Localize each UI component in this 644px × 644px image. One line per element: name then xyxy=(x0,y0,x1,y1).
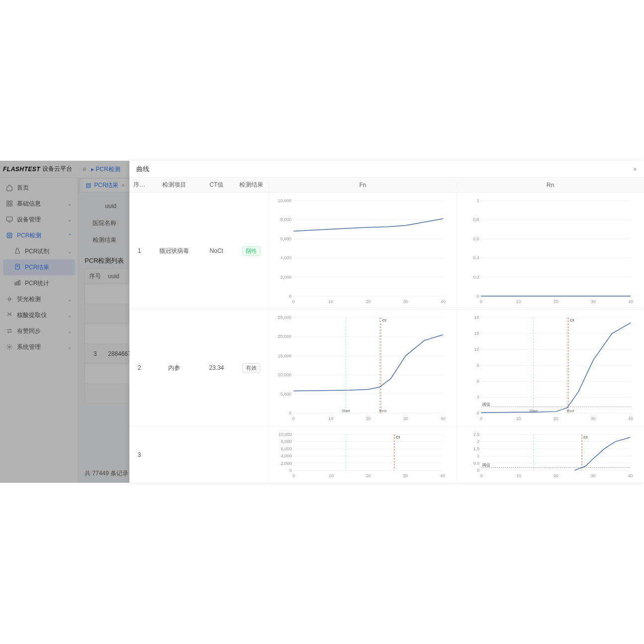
svg-text:9: 9 xyxy=(477,363,479,368)
svg-text:Start: Start xyxy=(341,409,350,413)
rn-chart: 00.20.40.60.81010203040 xyxy=(456,193,644,309)
svg-text:25,000: 25,000 xyxy=(278,315,291,320)
rn-chart: 0369121518010203040StartEndCt阈值 xyxy=(456,310,644,426)
svg-text:10,000: 10,000 xyxy=(278,198,291,203)
svg-text:15: 15 xyxy=(474,331,479,336)
svg-text:10: 10 xyxy=(516,299,521,304)
row-result: 有效 xyxy=(234,363,269,373)
svg-text:8,000: 8,000 xyxy=(281,439,292,444)
chart-row: 1 猫冠状病毒 NoCt 阴性 02,0004,0006,0008,00010,… xyxy=(129,193,644,310)
svg-text:6,000: 6,000 xyxy=(281,446,292,451)
svg-text:1.5: 1.5 xyxy=(473,446,479,451)
svg-text:2,000: 2,000 xyxy=(281,461,292,466)
svg-text:Ct: Ct xyxy=(570,318,574,322)
row-index: 3 xyxy=(129,451,149,458)
svg-text:Ct: Ct xyxy=(583,435,588,439)
svg-text:0: 0 xyxy=(480,299,482,304)
row-result: 阴性 xyxy=(234,246,269,256)
svg-text:18: 18 xyxy=(474,315,479,320)
svg-text:4,000: 4,000 xyxy=(280,255,291,260)
svg-text:0: 0 xyxy=(477,468,480,473)
drawer-title: 曲线 xyxy=(136,165,149,174)
svg-text:20,000: 20,000 xyxy=(278,334,291,339)
svg-text:2: 2 xyxy=(477,439,480,444)
svg-text:0.6: 0.6 xyxy=(473,236,479,241)
close-icon[interactable]: × xyxy=(633,165,637,173)
svg-text:30: 30 xyxy=(403,299,408,304)
fn-chart: 05,00010,00015,00020,00025,000010203040S… xyxy=(269,310,456,426)
svg-text:0: 0 xyxy=(293,473,295,478)
svg-text:30: 30 xyxy=(403,473,408,478)
svg-text:40: 40 xyxy=(628,416,633,421)
svg-text:15,000: 15,000 xyxy=(278,353,291,358)
svg-text:1: 1 xyxy=(477,198,479,203)
svg-text:3: 3 xyxy=(477,395,479,400)
svg-text:8,000: 8,000 xyxy=(280,217,291,222)
svg-text:12: 12 xyxy=(474,347,479,352)
svg-text:0: 0 xyxy=(290,468,292,473)
row-ct: NoCt xyxy=(199,247,234,254)
svg-text:30: 30 xyxy=(591,473,596,478)
svg-text:0.8: 0.8 xyxy=(473,217,479,222)
row-project: 内参 xyxy=(149,364,199,372)
svg-text:10: 10 xyxy=(328,416,333,421)
curve-drawer: 曲线 × 序… 检测项目 CT值 检测结果 Fn Rn 1 猫冠状病毒 NoCt… xyxy=(129,161,644,483)
svg-text:0: 0 xyxy=(289,411,292,416)
svg-text:4,000: 4,000 xyxy=(281,453,292,458)
svg-text:2,000: 2,000 xyxy=(280,275,291,280)
row-project: 猫冠状病毒 xyxy=(149,247,199,255)
rn-chart: 00.511.522.5010203040Ct阈值 xyxy=(456,427,644,483)
svg-text:40: 40 xyxy=(440,473,445,478)
svg-text:0: 0 xyxy=(480,473,483,478)
svg-text:0: 0 xyxy=(289,294,292,299)
svg-text:20: 20 xyxy=(366,416,371,421)
svg-text:20: 20 xyxy=(553,416,558,421)
svg-text:0: 0 xyxy=(292,299,295,304)
chart-row: 2 内参 23.34 有效 05,00010,00015,00020,00025… xyxy=(129,310,644,427)
svg-text:20: 20 xyxy=(553,299,558,304)
svg-text:5,000: 5,000 xyxy=(280,392,291,397)
svg-text:0: 0 xyxy=(477,411,479,416)
row-index: 1 xyxy=(129,247,149,254)
svg-text:40: 40 xyxy=(628,299,633,304)
svg-text:0: 0 xyxy=(480,416,482,421)
svg-text:6,000: 6,000 xyxy=(280,236,291,241)
svg-text:20: 20 xyxy=(366,473,371,478)
fn-chart: 02,0004,0006,0008,00010,000010203040 xyxy=(269,193,456,309)
svg-text:30: 30 xyxy=(591,416,596,421)
svg-text:阈值: 阈值 xyxy=(482,463,490,467)
svg-text:10: 10 xyxy=(516,473,521,478)
svg-text:0.2: 0.2 xyxy=(473,275,479,280)
svg-text:0: 0 xyxy=(477,294,479,299)
fn-chart: 02,0004,0006,0008,00010,000010203040Ct xyxy=(269,427,456,483)
svg-text:40: 40 xyxy=(440,416,445,421)
svg-text:20: 20 xyxy=(366,299,371,304)
svg-text:20: 20 xyxy=(553,473,558,478)
svg-text:0.5: 0.5 xyxy=(473,461,479,466)
svg-text:30: 30 xyxy=(591,299,596,304)
svg-text:10: 10 xyxy=(516,416,521,421)
svg-text:30: 30 xyxy=(403,416,408,421)
svg-text:2.5: 2.5 xyxy=(473,432,479,437)
chart-table-header: 序… 检测项目 CT值 检测结果 Fn Rn xyxy=(129,178,644,193)
svg-text:Ct: Ct xyxy=(382,318,387,322)
svg-text:0.4: 0.4 xyxy=(473,255,479,260)
svg-text:10: 10 xyxy=(328,473,333,478)
svg-text:1: 1 xyxy=(477,453,480,458)
svg-text:阈值: 阈值 xyxy=(482,402,490,407)
svg-text:10: 10 xyxy=(328,299,333,304)
chart-row: 3 02,0004,0006,0008,00010,000010203040Ct… xyxy=(129,427,644,483)
svg-text:40: 40 xyxy=(628,473,633,478)
svg-text:6: 6 xyxy=(477,379,479,384)
row-ct: 23.34 xyxy=(199,364,234,371)
svg-text:10,000: 10,000 xyxy=(278,372,291,377)
svg-text:40: 40 xyxy=(440,299,445,304)
svg-text:10,000: 10,000 xyxy=(278,432,292,437)
svg-text:Ct: Ct xyxy=(396,435,400,439)
row-index: 2 xyxy=(129,364,149,371)
drawer-header: 曲线 × xyxy=(129,161,644,178)
svg-text:0: 0 xyxy=(292,416,295,421)
